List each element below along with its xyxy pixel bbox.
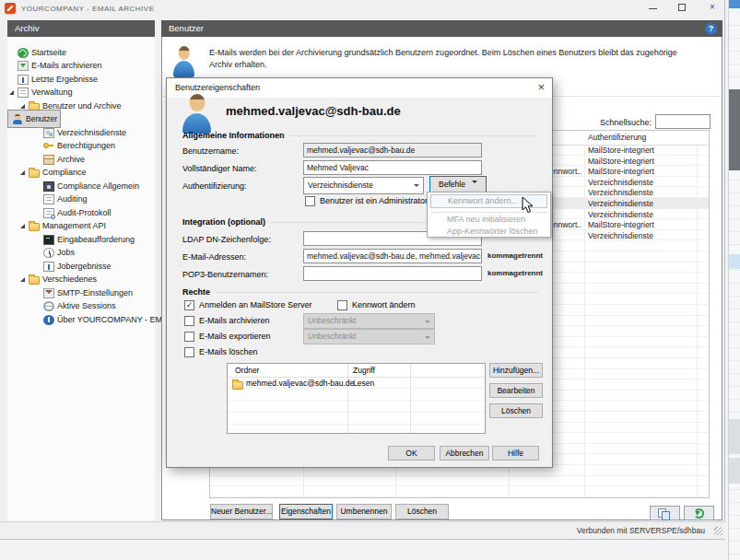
sidebar-item-label: Jobergebnisse <box>57 262 112 271</box>
delete-folder-button[interactable]: Löschen <box>489 403 543 418</box>
minimize-button[interactable] <box>643 1 664 15</box>
menu-item-delete-app-passwords[interactable]: App-Kennwörter löschen <box>430 226 547 238</box>
auth-column-header[interactable]: Authentifizierung <box>588 131 646 145</box>
sidebar-item-label: Aktive Sessions <box>57 301 116 310</box>
rename-button[interactable]: Umbenennen <box>336 504 392 519</box>
export-limit-select[interactable]: Unbeschränkt <box>303 329 435 344</box>
sidebar-item-archive[interactable]: Archive <box>7 153 155 166</box>
close-window-button[interactable]: × <box>702 1 722 15</box>
sidebar-item-label: Berechtigungen <box>57 141 115 150</box>
sidebar-item-label: Auditing <box>57 194 88 204</box>
sidebar-item-label: Compliance Allgemein <box>57 181 139 191</box>
copy-list-button[interactable] <box>650 506 680 520</box>
chevron-down-icon <box>425 336 430 342</box>
ok-button[interactable]: OK <box>388 446 435 461</box>
add-folder-button[interactable]: Hinzufügen... <box>489 363 543 378</box>
caret-down-icon <box>472 181 477 186</box>
comma-hint: kommagetrennt <box>487 269 543 277</box>
maximize-button[interactable] <box>673 1 693 15</box>
folders-table-body: mehmed.valjevac@sdh-bau.de Lesen <box>228 377 485 433</box>
expand-arrow-icon[interactable] <box>9 90 14 95</box>
username-label: Benutzername: <box>182 146 239 156</box>
resize-grip[interactable] <box>714 527 722 535</box>
mouse-cursor <box>522 196 534 214</box>
fullname-field[interactable]: Mehmed Valjevac <box>303 160 482 175</box>
expand-arrow-icon[interactable] <box>20 224 25 228</box>
sidebar-item-smtp-einstellungen[interactable]: SMTP-Einstellungen <box>7 286 155 299</box>
sidebar-item-jobs[interactable]: Jobs <box>7 246 155 259</box>
archive-limit-select[interactable]: Unbeschränkt <box>303 313 435 329</box>
sidebar-item-emails-archivieren[interactable]: E-Mails archivieren <box>7 59 155 72</box>
commands-button-label: Befehle <box>439 180 465 189</box>
clock-icon <box>43 248 54 258</box>
help-button[interactable]: Hilfe <box>492 446 539 461</box>
directory-services-icon <box>43 128 54 138</box>
export-checkbox[interactable] <box>184 332 194 342</box>
sidebar-item-label: Benutzer <box>26 111 57 126</box>
archive-checkbox-label: E-Mails archivieren <box>199 316 270 325</box>
sidebar-item-berechtigungen[interactable]: Berechtigungen <box>7 139 155 152</box>
refresh-button[interactable] <box>684 506 714 520</box>
select-value: Unbeschränkt <box>308 316 356 325</box>
changepw-checkbox[interactable] <box>337 300 347 310</box>
comma-hint: kommagetrennt <box>487 251 543 260</box>
sidebar-item-verwaltung[interactable]: Verwaltung <box>7 86 155 99</box>
sidebar-item-eingabeaufforderung[interactable]: Eingabeaufforderung <box>7 233 155 246</box>
edit-folder-button[interactable]: Bearbeiten <box>489 383 543 398</box>
document-icon <box>18 88 29 98</box>
folder-column-header[interactable]: Ordner <box>235 364 259 377</box>
truncated-cell: ennwort... <box>549 166 581 177</box>
auth-cell: Verzeichnisdienste <box>588 230 697 241</box>
sliver-block <box>729 89 740 170</box>
folder-row[interactable]: mehmed.valjevac@sdh-bau.de Lesen <box>228 378 485 390</box>
expand-arrow-icon[interactable] <box>20 277 25 282</box>
folder-icon <box>29 169 40 178</box>
delete-emails-checkbox[interactable] <box>184 347 194 357</box>
access-column-header[interactable]: Zugriff <box>353 364 375 377</box>
sidebar-item-audit-protokoll[interactable]: Audit-Protokoll <box>7 206 155 219</box>
sidebar-item-verzeichnisdienste[interactable]: Verzeichnisdienste <box>7 126 155 139</box>
info-text-line1: E-Mails werden bei der Archivierung grun… <box>209 48 677 57</box>
document-icon <box>43 194 54 204</box>
sidebar-item-letzte-ergebnisse[interactable]: Letzte Ergebnisse <box>7 73 155 86</box>
sidebar-item-management-api[interactable]: Management API <box>7 219 155 232</box>
screen: YOURCOMPANY - EMAIL ARCHIVE × Archiv Ben… <box>0 0 740 560</box>
sidebar-item-label: Management API <box>42 221 106 230</box>
expand-arrow-icon[interactable] <box>20 170 25 175</box>
sidebar-item-verschiedenes[interactable]: Verschiedenes <box>7 273 155 286</box>
archive-checkbox[interactable] <box>184 316 194 326</box>
auth-cell: Verzeichnisdienste <box>588 187 697 198</box>
app-title: YOURCOMPANY - EMAIL ARCHIVE <box>21 5 155 13</box>
auth-cell: MailStore-integriert <box>588 219 697 230</box>
sidebar-item-auditing[interactable]: Auditing <box>7 192 155 205</box>
sidebar-item-aktive-sessions[interactable]: Aktive Sessions <box>7 299 155 312</box>
archive-box-icon <box>43 155 54 165</box>
new-user-button[interactable]: Neuer Benutzer... <box>210 504 273 519</box>
connection-status: Verbunden mit SERVERSPE/sdhbau <box>577 526 705 535</box>
access-cell: Lesen <box>353 378 374 390</box>
help-icon[interactable]: ? <box>705 23 717 35</box>
expand-arrow-icon[interactable] <box>20 104 25 109</box>
sidebar-item-startseite[interactable]: Startseite <box>7 46 155 59</box>
admin-checkbox[interactable] <box>305 196 315 206</box>
sidebar-item-compliance-allgemein[interactable]: Compliance Allgemein <box>7 180 155 192</box>
sidebar-item-compliance[interactable]: Compliance <box>7 166 155 179</box>
dialog-title: Benutzereigenschaften <box>175 83 260 92</box>
info-text-line2: Archiv erhalten. <box>209 60 267 69</box>
pop3-field[interactable] <box>303 266 482 281</box>
sidebar-item-jobergebnisse[interactable]: Jobergebnisse <box>7 260 155 273</box>
quick-search-input[interactable] <box>655 114 711 129</box>
select-value: Unbeschränkt <box>308 332 356 341</box>
login-checkbox[interactable]: ✓ <box>184 300 194 310</box>
sidebar-item-ueber[interactable]: Über YOURCOMPANY - EMAIL A... <box>7 313 155 326</box>
delete-button[interactable]: Löschen <box>395 504 449 519</box>
menu-item-reset-mfa[interactable]: MFA neu initialisieren <box>430 214 547 226</box>
sidebar-item-benutzer[interactable]: Benutzer <box>7 112 155 125</box>
properties-button[interactable]: Eigenschaften <box>279 504 333 519</box>
folder-icon <box>29 223 40 231</box>
username-field[interactable]: mehmed.valjevac@sdh-bau.de <box>303 143 482 158</box>
cancel-button[interactable]: Abbrechen <box>440 446 489 461</box>
dialog-close-button[interactable]: × <box>537 80 545 95</box>
auth-select[interactable]: Verzeichnisdienste <box>303 177 424 194</box>
email-field[interactable]: mehmed.valjevac@sdh-bau.de, mehmed.valje… <box>303 249 482 263</box>
